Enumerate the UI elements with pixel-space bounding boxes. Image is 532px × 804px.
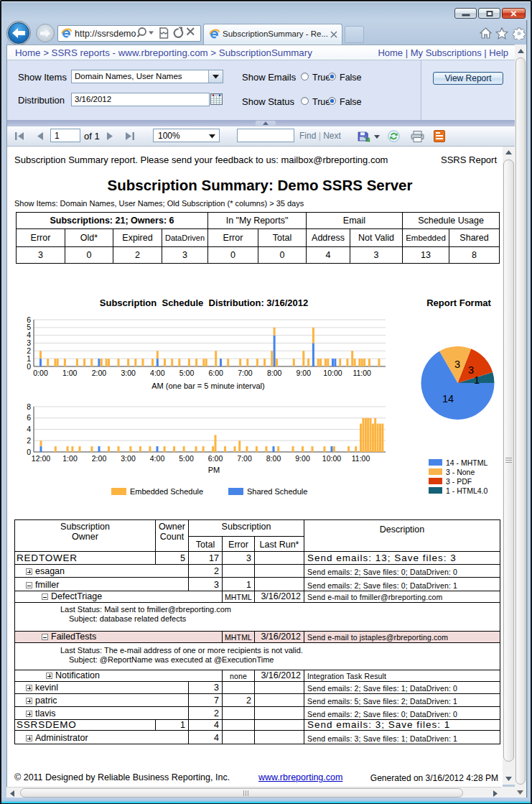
svg-text:6: 6 xyxy=(27,413,31,422)
svg-text:6:00: 6:00 xyxy=(208,369,223,377)
svg-text:0:00: 0:00 xyxy=(33,369,48,377)
svg-text:8: 8 xyxy=(27,402,31,411)
svg-text:6: 6 xyxy=(27,315,31,324)
svg-text:5:00: 5:00 xyxy=(179,454,194,463)
svg-text:2:00: 2:00 xyxy=(92,454,107,463)
svg-text:7:00: 7:00 xyxy=(238,369,253,377)
svg-text:3: 3 xyxy=(27,338,31,347)
svg-text:12:00: 12:00 xyxy=(32,454,50,463)
svg-text:11:00: 11:00 xyxy=(352,454,370,463)
svg-text:4: 4 xyxy=(27,331,31,339)
svg-text:4: 4 xyxy=(27,425,31,433)
svg-text:6:00: 6:00 xyxy=(208,454,223,463)
svg-text:Shared Schedule: Shared Schedule xyxy=(247,487,307,496)
svg-text:1: 1 xyxy=(474,374,480,386)
svg-text:5:00: 5:00 xyxy=(179,369,195,377)
svg-text:2: 2 xyxy=(27,436,31,445)
svg-text:5: 5 xyxy=(27,323,31,331)
svg-text:1:00: 1:00 xyxy=(62,454,78,463)
svg-text:3 - PDF: 3 - PDF xyxy=(446,477,472,486)
svg-text:1 - HTML4.0: 1 - HTML4.0 xyxy=(446,486,488,495)
svg-text:0: 0 xyxy=(27,448,31,456)
svg-text:1:00: 1:00 xyxy=(62,369,78,377)
svg-text:AM (one bar = 5 minute interva: AM (one bar = 5 minute interval) xyxy=(151,382,264,390)
svg-text:10:00: 10:00 xyxy=(323,369,342,377)
svg-text:PM: PM xyxy=(208,466,220,474)
svg-text:11:00: 11:00 xyxy=(353,369,371,377)
svg-text:4:00: 4:00 xyxy=(150,369,165,377)
svg-text:14: 14 xyxy=(442,393,454,405)
svg-text:3:00: 3:00 xyxy=(121,454,136,463)
svg-text:Embedded Schedule: Embedded Schedule xyxy=(130,487,203,496)
svg-text:1: 1 xyxy=(27,354,31,363)
svg-text:14 - MHTML: 14 - MHTML xyxy=(446,458,488,467)
svg-text:2:00: 2:00 xyxy=(92,369,107,377)
svg-text:3: 3 xyxy=(454,359,460,370)
svg-text:8:00: 8:00 xyxy=(266,454,281,463)
svg-text:3: 3 xyxy=(468,364,474,376)
svg-text:10:00: 10:00 xyxy=(322,454,341,463)
svg-text:9:00: 9:00 xyxy=(295,454,310,463)
svg-text:3 - None: 3 - None xyxy=(446,468,475,476)
svg-text:7:00: 7:00 xyxy=(237,454,252,463)
svg-text:3:00: 3:00 xyxy=(121,369,136,377)
svg-text:4:00: 4:00 xyxy=(150,454,165,463)
svg-text:0: 0 xyxy=(27,362,31,371)
svg-text:2: 2 xyxy=(27,346,31,355)
svg-text:9:00: 9:00 xyxy=(297,369,312,377)
svg-text:8:00: 8:00 xyxy=(267,369,282,377)
